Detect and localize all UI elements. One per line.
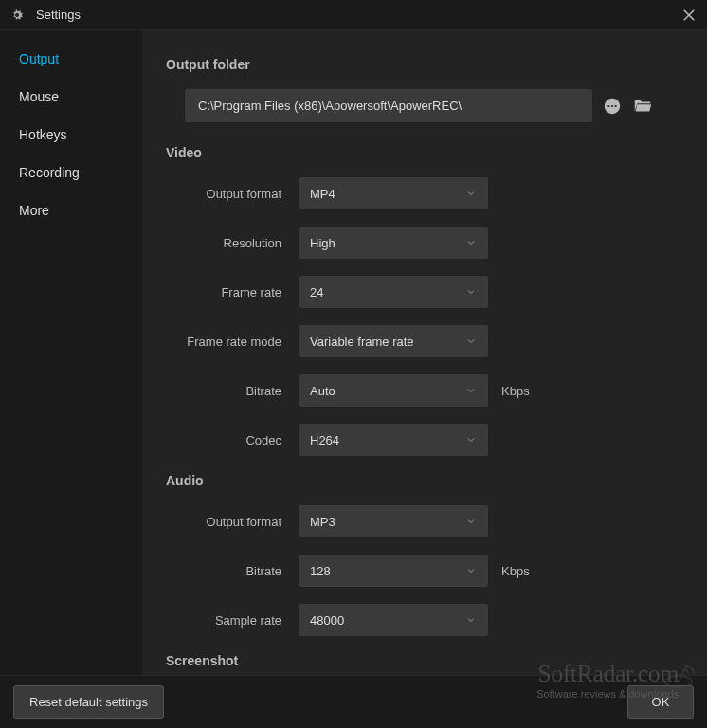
browse-more-button[interactable] [602,96,623,117]
chevron-down-icon [465,434,477,446]
sidebar-item-recording[interactable]: Recording [0,154,142,191]
close-button[interactable] [680,7,698,24]
label-codec: Codec [166,433,299,447]
titlebar: Settings [0,0,707,30]
label-audio-bitrate: Bitrate [166,564,299,578]
suffix-kbps: Kbps [501,564,530,578]
window-title: Settings [36,8,81,22]
output-folder-input[interactable] [185,89,592,122]
dropdown-value: Auto [310,384,335,398]
label-video-bitrate: Bitrate [166,384,299,398]
footer: Reset default settings OK [0,675,707,728]
sidebar-item-label: Hotkeys [19,127,67,142]
sidebar-item-more[interactable]: More [0,191,142,229]
sidebar-item-hotkeys[interactable]: Hotkeys [0,116,142,154]
dropdown-resolution[interactable]: High [299,227,488,259]
dropdown-value: 128 [310,564,331,578]
label-resolution: Resolution [166,236,299,250]
dropdown-video-output-format[interactable]: MP4 [299,177,488,209]
section-header-screenshot: Screenshot [166,653,683,668]
chevron-down-icon [465,336,477,347]
sidebar-item-output[interactable]: Output [0,40,142,78]
section-header-audio: Audio [166,473,683,488]
chevron-down-icon [465,188,477,199]
dropdown-value: H264 [310,433,339,447]
svg-point-3 [615,104,617,106]
dropdown-value: 48000 [310,613,344,628]
sidebar-item-mouse[interactable]: Mouse [0,78,142,116]
open-folder-button[interactable] [632,96,653,117]
dropdown-sample-rate[interactable]: 48000 [299,604,488,636]
sidebar: Output Mouse Hotkeys Recording More [0,30,142,675]
content-pane: Output folder Video Output format MP4 Re… [142,30,707,675]
dropdown-audio-output-format[interactable]: MP3 [299,505,488,537]
label-audio-output-format: Output format [166,515,299,529]
sidebar-item-label: Recording [19,165,80,180]
svg-point-1 [607,104,609,106]
svg-point-2 [611,104,613,106]
suffix-kbps: Kbps [501,384,530,398]
sidebar-item-label: Output [19,51,59,66]
dropdown-value: MP4 [310,187,335,201]
sidebar-item-label: Mouse [19,89,59,104]
sidebar-item-label: More [19,203,49,218]
dropdown-codec[interactable]: H264 [299,424,488,456]
chevron-down-icon [465,237,477,248]
chevron-down-icon [465,385,477,396]
chevron-down-icon [465,516,477,527]
label-video-output-format: Output format [166,187,299,201]
chevron-down-icon [465,565,477,576]
dropdown-value: MP3 [310,515,335,529]
dropdown-frame-rate-mode[interactable]: Variable frame rate [299,325,488,357]
ok-button[interactable]: OK [627,685,694,719]
label-sample-rate: Sample rate [166,613,299,628]
dropdown-value: Variable frame rate [310,335,414,349]
chevron-down-icon [465,614,477,626]
dropdown-value: High [310,236,335,250]
dropdown-frame-rate[interactable]: 24 [299,276,488,308]
section-header-video: Video [166,145,683,160]
section-header-output-folder: Output folder [166,57,683,72]
label-frame-rate-mode: Frame rate mode [166,335,299,349]
dropdown-video-bitrate[interactable]: Auto [299,374,488,407]
gear-icon [9,8,25,23]
dropdown-value: 24 [310,285,323,300]
dropdown-audio-bitrate[interactable]: 128 [299,555,488,587]
chevron-down-icon [465,286,477,298]
reset-defaults-button[interactable]: Reset default settings [13,685,164,719]
label-frame-rate: Frame rate [166,285,299,300]
